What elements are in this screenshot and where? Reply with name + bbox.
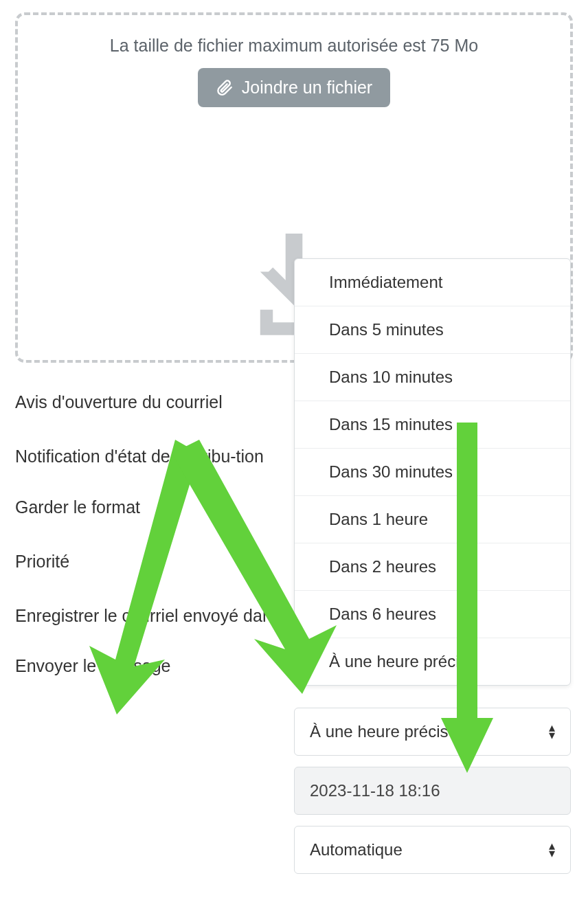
send-time-option[interactable]: Dans 10 minutes	[295, 354, 570, 401]
dropzone-max-size-text: La taille de fichier maximum autorisée e…	[18, 36, 570, 56]
attach-file-button[interactable]: Joindre un fichier	[198, 68, 390, 107]
attach-file-label: Joindre un fichier	[242, 78, 372, 98]
send-time-select[interactable]: À une heure précise ▴▾	[294, 708, 571, 756]
send-time-option[interactable]: Dans 30 minutes	[295, 449, 570, 496]
datetime-value: 2023-11-18 18:16	[310, 781, 440, 800]
format-select-value: Automatique	[310, 840, 403, 859]
datetime-input[interactable]: 2023-11-18 18:16	[294, 767, 571, 815]
label-keep-format: Garder le format	[15, 497, 290, 518]
send-time-select-value: À une heure précise	[310, 722, 457, 741]
send-time-option[interactable]: Dans 2 heures	[295, 543, 570, 591]
label-save-sent-in: Enregistrer le courriel envoyé dans	[15, 605, 290, 627]
label-send-message: Envoyer le message	[15, 655, 290, 677]
label-delivery-status: Notification d'état de distribu-tion	[15, 446, 290, 467]
send-time-option[interactable]: Immédiatement	[295, 259, 570, 306]
format-select[interactable]: Automatique ▴▾	[294, 826, 571, 874]
chevron-sort-icon: ▴▾	[549, 842, 555, 857]
send-time-option[interactable]: Dans 5 minutes	[295, 306, 570, 354]
send-time-option[interactable]: Dans 1 heure	[295, 496, 570, 543]
send-time-dropdown[interactable]: Immédiatement Dans 5 minutes Dans 10 min…	[294, 258, 571, 686]
send-time-option[interactable]: Dans 6 heures	[295, 591, 570, 638]
label-priority: Priorité	[15, 551, 290, 572]
options-labels: Avis d'ouverture du courriel Notificatio…	[15, 392, 290, 710]
paperclip-icon	[216, 79, 234, 97]
send-time-option-selected[interactable]: À une heure précise	[295, 638, 570, 685]
label-read-receipt: Avis d'ouverture du courriel	[15, 392, 290, 413]
chevron-sort-icon: ▴▾	[549, 724, 555, 739]
send-time-option[interactable]: Dans 15 minutes	[295, 401, 570, 449]
